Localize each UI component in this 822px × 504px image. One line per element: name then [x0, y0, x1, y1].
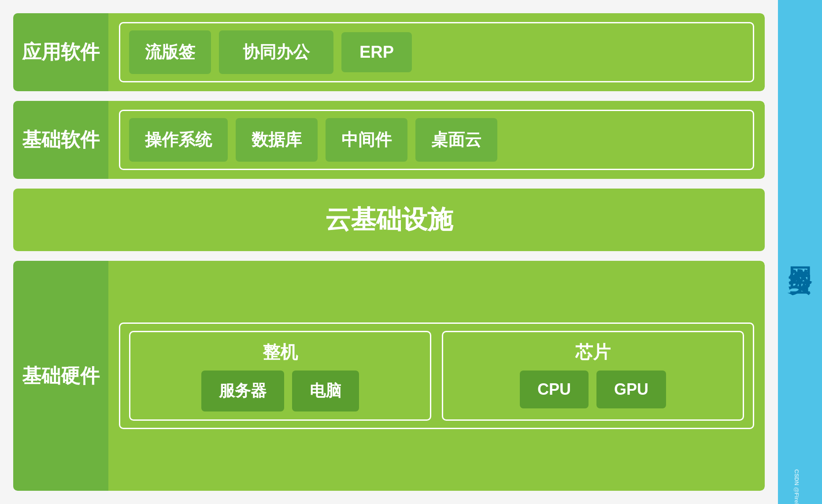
hardware-groups: 整机 服务器 电脑 芯片 CPU GPU — [119, 322, 754, 429]
sidebar-label: 网络安全 — [785, 248, 815, 256]
app-software-items: 流版签 协同办公 ERP — [119, 22, 754, 82]
item-gpu: GPU — [596, 371, 666, 408]
item-erp: ERP — [341, 32, 412, 72]
base-software-items: 操作系统 数据库 中间件 桌面云 — [119, 110, 754, 170]
item-caozuoxitong: 操作系统 — [129, 118, 228, 162]
zhengji-group: 整机 服务器 电脑 — [129, 331, 431, 421]
app-software-body: 流版签 协同办公 ERP — [108, 13, 765, 91]
app-software-row: 应用软件 流版签 协同办公 ERP — [13, 13, 765, 91]
xinpian-items: CPU GPU — [520, 371, 666, 408]
item-xietongbangong: 协同办公 — [219, 30, 333, 74]
cloud-infra-label: 云基础设施 — [27, 203, 751, 237]
base-software-label: 基础软件 — [13, 101, 108, 179]
hardware-body: 整机 服务器 电脑 芯片 CPU GPU — [108, 261, 765, 491]
zhengji-title: 整机 — [263, 340, 298, 364]
item-diannao: 电脑 — [292, 371, 359, 411]
item-fuwuqi: 服务器 — [201, 371, 284, 411]
xinpian-title: 芯片 — [575, 340, 611, 364]
watermark: CSDN @FireBird — [793, 469, 800, 504]
app-software-label: 应用软件 — [13, 13, 108, 91]
sidebar-right: 网络安全 CSDN @FireBird — [778, 0, 822, 504]
item-cpu: CPU — [520, 371, 589, 408]
hardware-row: 基础硬件 整机 服务器 电脑 芯片 CPU GPU — [13, 261, 765, 491]
xinpian-group: 芯片 CPU GPU — [442, 331, 744, 421]
base-software-body: 操作系统 数据库 中间件 桌面云 — [108, 101, 765, 179]
base-software-row: 基础软件 操作系统 数据库 中间件 桌面云 — [13, 101, 765, 179]
cloud-infra-row: 云基础设施 — [13, 189, 765, 251]
item-liubanqian: 流版签 — [129, 30, 211, 74]
hardware-label: 基础硬件 — [13, 261, 108, 491]
item-zhuomianyun: 桌面云 — [415, 118, 497, 162]
item-shujuku: 数据库 — [236, 118, 318, 162]
item-zhongjianjian: 中间件 — [326, 118, 407, 162]
main-content: 应用软件 流版签 协同办公 ERP 基础软件 操作系统 数据库 中间件 桌面云 … — [0, 0, 778, 504]
zhengji-items: 服务器 电脑 — [201, 371, 359, 411]
